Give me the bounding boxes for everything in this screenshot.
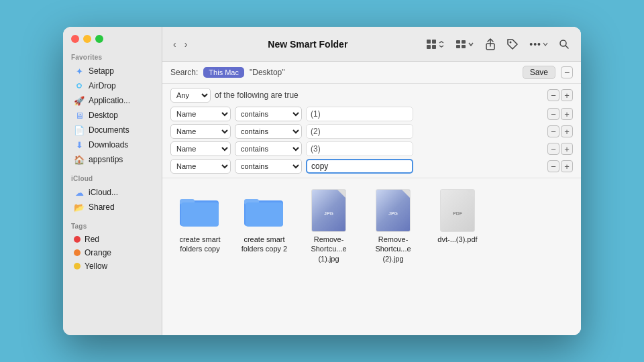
row2-minus-button[interactable]: − bbox=[547, 125, 559, 137]
file-item-pdf1[interactable]: PDF dvt-...(3).pdf bbox=[431, 189, 484, 244]
appsntips-icon: 🏠 bbox=[74, 154, 85, 165]
file-item-jpg2[interactable]: JPG Remove-Shortcu...e (2).jpg bbox=[366, 189, 420, 263]
tag-label: Orange bbox=[85, 248, 111, 257]
sidebar-item-setapp[interactable]: ✦ Setapp bbox=[66, 64, 159, 78]
condition-select-4[interactable]: contains bbox=[235, 159, 302, 174]
share-icon bbox=[485, 38, 496, 50]
svg-line-12 bbox=[566, 46, 568, 48]
row2-controls: − + bbox=[547, 125, 573, 137]
back-button[interactable]: ‹ bbox=[170, 38, 179, 51]
file-item-folder2[interactable]: create smart folders copy 2 bbox=[237, 189, 291, 254]
pdf1-thumb: PDF bbox=[440, 189, 475, 232]
svg-rect-18 bbox=[246, 202, 283, 227]
row4-plus-button[interactable]: + bbox=[561, 160, 573, 172]
svg-rect-2 bbox=[432, 40, 436, 44]
chevron-up-down-icon bbox=[438, 41, 445, 48]
row1-plus-button[interactable]: + bbox=[561, 108, 573, 120]
file-item-folder1[interactable]: create smart folders copy bbox=[173, 189, 227, 254]
filter-row-4: Name contains − + bbox=[170, 159, 573, 174]
sidebar-item-shared[interactable]: 📂 Shared bbox=[66, 200, 159, 215]
sidebar-item-appsntips[interactable]: 🏠 appsntips bbox=[66, 152, 159, 167]
more-icon: ••• bbox=[529, 39, 541, 50]
condition-select-2[interactable]: contains bbox=[235, 124, 302, 139]
jpg2-thumb: JPG bbox=[376, 189, 411, 232]
filter-row-3: Name contains (3) − + bbox=[170, 141, 573, 156]
filter-input-4[interactable] bbox=[306, 159, 413, 174]
svg-point-10 bbox=[510, 41, 512, 43]
folder2-icon bbox=[243, 189, 286, 232]
search-minus-button[interactable]: − bbox=[561, 66, 573, 78]
file-label-pdf1: dvt-...(3).pdf bbox=[437, 235, 477, 244]
applications-icon: 🚀 bbox=[74, 95, 85, 106]
window-title: New Smart Folder bbox=[198, 39, 417, 50]
tag-button[interactable] bbox=[503, 36, 522, 52]
orange-dot-icon bbox=[74, 249, 80, 256]
field-select-2[interactable]: Name bbox=[170, 124, 231, 139]
icloud-label: iCloud bbox=[63, 172, 162, 185]
minimize-button[interactable] bbox=[83, 35, 91, 43]
red-dot-icon bbox=[74, 236, 80, 243]
sidebar-item-label: Downloads bbox=[89, 140, 128, 149]
save-button[interactable]: Save bbox=[523, 66, 555, 79]
svg-rect-4 bbox=[432, 45, 436, 49]
sidebar-item-tag-red[interactable]: Red bbox=[66, 233, 159, 246]
tags-label: Tags bbox=[63, 220, 162, 233]
sidebar-item-tag-orange[interactable]: Orange bbox=[66, 246, 159, 259]
field-select-4[interactable]: Name bbox=[170, 159, 231, 174]
zoom-button[interactable] bbox=[95, 35, 103, 43]
row3-plus-button[interactable]: + bbox=[561, 143, 573, 155]
search-bar: Search: This Mac "Desktop" Save − bbox=[162, 62, 581, 84]
row1-minus-button[interactable]: − bbox=[547, 108, 559, 120]
svg-rect-15 bbox=[181, 202, 219, 227]
search-prefix: Search: bbox=[170, 68, 198, 77]
row1-controls: − + bbox=[547, 108, 573, 120]
sidebar-item-airdrop[interactable]: AirDrop bbox=[66, 78, 159, 93]
toolbar: ‹ › New Smart Folder bbox=[162, 27, 581, 62]
field-select-3[interactable]: Name bbox=[170, 141, 231, 156]
desktop-pill[interactable]: "Desktop" bbox=[250, 68, 285, 77]
yellow-dot-icon bbox=[74, 263, 80, 269]
list-view-button[interactable] bbox=[452, 37, 478, 52]
row3-controls: − + bbox=[547, 143, 573, 155]
sidebar: Favorites ✦ Setapp AirDrop 🚀 Applicatio.… bbox=[63, 27, 162, 335]
finder-window: Favorites ✦ Setapp AirDrop 🚀 Applicatio.… bbox=[63, 27, 581, 335]
jpg2-icon: JPG bbox=[372, 189, 415, 232]
sidebar-item-downloads[interactable]: ⬇ Downloads bbox=[66, 137, 159, 152]
sidebar-item-label: appsntips bbox=[89, 155, 123, 164]
condition-select-1[interactable]: contains bbox=[235, 107, 302, 121]
more-button[interactable]: ••• bbox=[526, 37, 551, 52]
row2-plus-button[interactable]: + bbox=[561, 125, 573, 137]
share-button[interactable] bbox=[482, 36, 499, 52]
sidebar-item-desktop[interactable]: 🖥 Desktop bbox=[66, 108, 159, 123]
sidebar-item-documents[interactable]: 📄 Documents bbox=[66, 123, 159, 137]
pdf1-icon: PDF bbox=[436, 189, 479, 232]
sidebar-item-applications[interactable]: 🚀 Applicatio... bbox=[66, 93, 159, 108]
svg-rect-8 bbox=[462, 45, 466, 48]
downloads-icon: ⬇ bbox=[74, 139, 85, 150]
search-button[interactable] bbox=[555, 37, 573, 52]
forward-button[interactable]: › bbox=[182, 38, 191, 51]
sidebar-item-label: AirDrop bbox=[89, 81, 116, 90]
svg-rect-3 bbox=[427, 45, 431, 49]
sidebar-item-label: Setapp bbox=[89, 66, 114, 76]
row4-minus-button[interactable]: − bbox=[547, 160, 559, 172]
icloud-icon: ☁ bbox=[74, 187, 85, 198]
this-mac-pill[interactable]: This Mac bbox=[203, 67, 244, 78]
grid-view-button[interactable] bbox=[423, 37, 448, 52]
filter-description: of the following are true bbox=[215, 90, 299, 100]
file-item-jpg1[interactable]: JPG Remove-Shortcu...e (1).jpg bbox=[302, 189, 356, 263]
condition-select-3[interactable]: contains bbox=[235, 141, 302, 156]
file-grid: create smart folders copy create smart f… bbox=[162, 178, 581, 335]
filter-value-1: (1) bbox=[306, 107, 413, 121]
sidebar-item-tag-yellow[interactable]: Yellow bbox=[66, 259, 159, 273]
file-label-jpg1: Remove-Shortcu...e (1).jpg bbox=[302, 235, 356, 263]
row3-minus-button[interactable]: − bbox=[547, 143, 559, 155]
any-select[interactable]: Any All None bbox=[170, 88, 211, 103]
top-plus-button[interactable]: + bbox=[561, 89, 573, 101]
tag-label: Yellow bbox=[85, 261, 107, 271]
top-minus-button[interactable]: − bbox=[547, 89, 559, 101]
field-select-1[interactable]: Name bbox=[170, 107, 231, 121]
sidebar-item-icloud[interactable]: ☁ iCloud... bbox=[66, 185, 159, 200]
svg-rect-5 bbox=[456, 40, 460, 44]
close-button[interactable] bbox=[71, 35, 79, 43]
